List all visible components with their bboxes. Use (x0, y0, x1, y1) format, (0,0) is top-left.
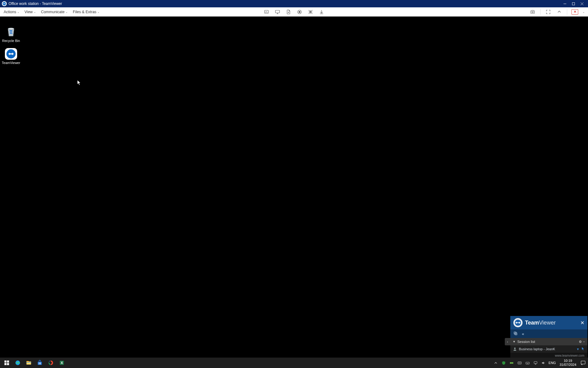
svg-rect-33 (27, 361, 29, 362)
menu-communicate[interactable]: Communicate ⌄ (39, 7, 70, 16)
tray-network-icon[interactable] (533, 360, 538, 366)
separator (567, 9, 567, 15)
svg-rect-45 (511, 362, 512, 364)
toolbar: Actions ⌄ View ⌄ Communicate ⌄ Files & E… (0, 7, 588, 17)
tray-teamviewer-icon[interactable] (517, 360, 522, 366)
dashboard-icon[interactable] (263, 9, 270, 15)
minimize-button[interactable] (560, 0, 569, 7)
tray-volume-icon[interactable] (541, 360, 546, 366)
svg-rect-9 (275, 10, 280, 13)
session-row-label: Business laptop - JeanK (519, 347, 575, 351)
menu-files-extras-label: Files & Extras (73, 10, 96, 14)
teamviewer-logo-icon (513, 318, 523, 327)
menu-actions-label: Actions (4, 10, 16, 14)
file-transfer-icon[interactable] (285, 9, 292, 15)
taskbar-app-store[interactable] (34, 358, 45, 368)
svg-rect-35 (38, 362, 42, 365)
svg-rect-27 (5, 361, 7, 363)
chevron-down-icon: ⌄ (17, 10, 20, 13)
tray-notifications-icon[interactable] (580, 360, 586, 366)
svg-rect-39 (40, 364, 41, 365)
screenshot-icon[interactable] (529, 9, 536, 15)
minimize-panel-icon[interactable] (556, 9, 563, 15)
panel-close-button[interactable]: ✕ (580, 320, 584, 326)
annotate-icon[interactable] (307, 9, 314, 15)
desktop-icon-recycle-bin[interactable]: Recycle Bin (0, 26, 22, 43)
taskbar-app-excel[interactable]: X (56, 358, 67, 368)
chevron-down-icon: ⌄ (34, 10, 36, 13)
gear-icon[interactable]: ⚙ (579, 340, 582, 344)
window-title: Office work station - TeamViewer (9, 2, 62, 6)
tray-keyboard-icon[interactable] (525, 360, 530, 366)
svg-point-14 (299, 11, 300, 13)
toolbar-right-icons: ✕ ⌄ (529, 9, 588, 15)
tray-battery-icon[interactable] (509, 360, 514, 366)
remote-taskbar: X ENG (0, 358, 588, 368)
svg-rect-37 (40, 362, 41, 363)
teamviewer-panel: TeamViewer ✕ « › ▼ Session list ⚙ − Busi… (510, 316, 587, 359)
pointer-icon[interactable] (581, 347, 585, 351)
close-button[interactable] (578, 0, 586, 7)
copy-icon[interactable] (513, 331, 518, 336)
svg-rect-46 (512, 362, 513, 364)
taskbar-app-edge[interactable] (12, 358, 23, 368)
desktop-icon-label: TeamViewer (0, 61, 22, 65)
fullscreen-icon[interactable] (545, 9, 552, 15)
remote-desktop[interactable]: Recycle Bin TeamViewer TeamViewer ✕ « (0, 17, 588, 368)
mouse-cursor-icon (77, 80, 81, 86)
session-list-header[interactable]: › ▼ Session list ⚙ − (510, 338, 587, 345)
svg-rect-38 (39, 364, 40, 365)
svg-point-41 (50, 362, 52, 364)
record-icon[interactable] (296, 9, 303, 15)
monitor-icon[interactable] (274, 9, 281, 15)
teamviewer-logo-icon (2, 1, 7, 6)
tray-language[interactable]: ENG (549, 361, 556, 365)
svg-point-22 (8, 28, 14, 30)
chevron-down-icon[interactable]: ⌄ (582, 10, 585, 13)
separator (540, 9, 541, 15)
chevron-down-icon: ⌄ (97, 10, 100, 13)
menu-view-label: View (24, 10, 33, 14)
teamviewer-panel-subheader: « (510, 329, 587, 338)
close-session-button[interactable]: ✕ (571, 9, 578, 15)
desktop-icon-teamviewer[interactable]: TeamViewer (0, 48, 22, 65)
taskbar-app-office[interactable] (45, 358, 56, 368)
recycle-bin-icon (5, 26, 17, 38)
menu-view[interactable]: View ⌄ (22, 7, 39, 16)
start-button[interactable] (1, 358, 12, 368)
svg-point-21 (532, 11, 534, 13)
session-list-label: Session list (517, 340, 535, 344)
minus-icon[interactable]: − (583, 340, 585, 344)
tray-security-icon[interactable] (501, 360, 506, 366)
svg-rect-28 (7, 361, 9, 363)
svg-rect-30 (7, 363, 9, 365)
maximize-button[interactable] (569, 0, 578, 7)
menu-files-extras[interactable]: Files & Extras ⌄ (70, 7, 102, 16)
menu-communicate-label: Communicate (41, 10, 65, 14)
menu-actions[interactable]: Actions ⌄ (0, 7, 22, 16)
tray-time: 10:19 (560, 359, 576, 363)
tray-chevron-up-icon[interactable] (493, 360, 498, 366)
triangle-down-icon[interactable]: ▼ (576, 347, 579, 351)
teamviewer-app-icon (5, 48, 17, 60)
teamviewer-panel-header[interactable]: TeamViewer ✕ (510, 316, 587, 329)
svg-rect-48 (526, 362, 529, 364)
svg-rect-36 (39, 362, 40, 363)
collapse-icon[interactable]: « (522, 332, 524, 336)
chevron-down-icon: ⌄ (65, 10, 68, 13)
titlebar: Office work station - TeamViewer (0, 0, 588, 7)
svg-text:X: X (61, 361, 63, 365)
tray-date: 31/07/2024 (560, 363, 576, 367)
svg-rect-58 (581, 361, 585, 364)
taskbar-app-explorer[interactable] (23, 358, 34, 368)
triangle-down-icon: ▼ (513, 340, 515, 343)
expand-arrow-icon[interactable]: › (505, 338, 510, 345)
svg-rect-44 (510, 362, 511, 364)
session-row[interactable]: Business laptop - JeanK ▼ (510, 345, 587, 353)
toolbar-center-icons (263, 9, 325, 15)
svg-rect-2 (572, 2, 575, 5)
download-icon[interactable] (318, 9, 325, 15)
svg-point-26 (514, 347, 516, 349)
user-icon (513, 347, 517, 351)
tray-clock[interactable]: 10:19 31/07/2024 (558, 359, 578, 367)
